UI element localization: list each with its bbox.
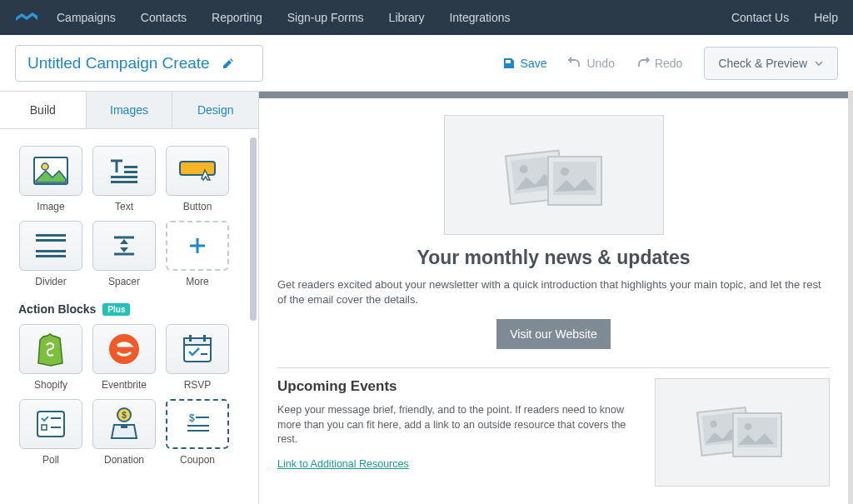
block-more[interactable]: More [165, 221, 230, 287]
svg-rect-14 [189, 335, 192, 342]
block-label: RSVP [184, 379, 212, 391]
action-blocks-title: Action Blocks [18, 302, 96, 316]
chevron-down-icon [814, 58, 824, 68]
preview-top-bar [259, 92, 848, 98]
svg-rect-7 [36, 234, 66, 237]
sidebar-tabs: Build Images Design [0, 92, 258, 129]
check-preview-button[interactable]: Check & Preview [704, 47, 838, 80]
events-image-placeholder[interactable] [655, 378, 830, 487]
svg-text:$: $ [122, 411, 127, 420]
donation-icon: $ [92, 399, 156, 449]
svg-rect-26 [187, 425, 209, 427]
block-poll[interactable]: Poll [18, 399, 83, 466]
block-text[interactable]: Text [92, 146, 157, 212]
svg-rect-9 [36, 250, 66, 252]
spacer-icon [92, 221, 156, 271]
block-eventbrite[interactable]: Eventbrite [92, 324, 157, 391]
hero-description[interactable]: Get readers excited about your newslette… [277, 277, 830, 307]
nav-library[interactable]: Library [389, 11, 425, 24]
plus-icon [166, 221, 229, 271]
svg-point-11 [109, 334, 139, 364]
block-donation[interactable]: $ Donation [92, 399, 157, 466]
svg-point-33 [561, 167, 569, 176]
nav-campaigns[interactable]: Campaigns [57, 11, 116, 24]
block-divider[interactable]: Divider [18, 221, 83, 287]
plus-badge: Plus [102, 303, 130, 316]
svg-rect-8 [36, 239, 66, 242]
eventbrite-icon [92, 324, 156, 374]
svg-rect-25 [196, 417, 209, 418]
svg-text:$: $ [189, 412, 195, 424]
block-rsvp[interactable]: RSVP [165, 324, 230, 391]
nav-signup-forms[interactable]: Sign-up Forms [287, 11, 364, 24]
nav-contact-us[interactable]: Contact Us [731, 11, 789, 24]
shopify-icon [19, 324, 82, 374]
email-preview[interactable]: Your monthly news & updates Get readers … [259, 98, 848, 504]
cta-button[interactable]: Visit our Website [496, 319, 611, 349]
block-image[interactable]: Image [18, 146, 83, 212]
block-label: Spacer [108, 276, 140, 287]
undo-label: Undo [586, 57, 614, 70]
svg-rect-5 [124, 171, 137, 173]
block-label: Shopify [34, 379, 67, 391]
hero-title[interactable]: Your monthly news & updates [277, 247, 830, 269]
redo-button[interactable]: Redo [636, 57, 682, 70]
app-logo[interactable] [15, 9, 38, 26]
nav-contacts[interactable]: Contacts [141, 11, 187, 24]
undo-button[interactable]: Undo [568, 57, 614, 70]
campaign-title-editor[interactable]: Untitled Campaign Create [15, 45, 263, 82]
svg-rect-6 [180, 162, 215, 175]
svg-rect-15 [203, 335, 206, 342]
preview-scrollbar[interactable] [848, 92, 853, 504]
svg-rect-3 [111, 181, 137, 183]
svg-rect-16 [201, 353, 207, 355]
check-preview-label: Check & Preview [718, 57, 807, 70]
tab-design[interactable]: Design [172, 92, 258, 128]
svg-point-1 [42, 163, 48, 170]
nav-help[interactable]: Help [814, 11, 838, 24]
coupon-icon: $ [166, 399, 229, 449]
block-label: Eventbrite [102, 379, 147, 391]
redo-label: Redo [655, 57, 682, 70]
save-button[interactable]: Save [502, 57, 547, 70]
svg-rect-10 [36, 255, 66, 257]
events-link[interactable]: Link to Additional Resources [277, 458, 409, 470]
text-icon [92, 146, 156, 196]
events-section: Upcoming Events Keep your message brief,… [277, 378, 830, 487]
svg-rect-2 [111, 176, 137, 178]
pencil-icon[interactable] [222, 57, 235, 70]
svg-rect-27 [187, 430, 209, 432]
svg-rect-17 [37, 412, 64, 437]
block-shopify[interactable]: Shopify [18, 324, 83, 391]
svg-rect-23 [121, 425, 127, 428]
svg-rect-13 [184, 338, 211, 345]
nav-integrations[interactable]: Integrations [449, 11, 510, 24]
nav-reporting[interactable]: Reporting [212, 11, 262, 24]
button-icon [166, 146, 229, 196]
action-blocks-header: Action Blocks Plus [18, 302, 250, 316]
image-icon [19, 146, 82, 196]
scrollbar[interactable] [250, 137, 257, 321]
block-label: Coupon [180, 454, 215, 466]
campaign-title: Untitled Campaign Create [27, 54, 210, 72]
section-divider [277, 367, 830, 368]
block-spacer[interactable]: Spacer [92, 221, 157, 287]
block-label: Divider [35, 276, 66, 287]
hero-image-placeholder[interactable] [444, 115, 664, 235]
svg-rect-4 [124, 166, 137, 168]
block-label: Button [183, 201, 212, 212]
tab-images[interactable]: Images [87, 92, 173, 128]
block-coupon[interactable]: $ Coupon [165, 399, 230, 466]
poll-icon [19, 399, 82, 449]
block-button[interactable]: Button [165, 146, 230, 212]
editor-content: Build Images Design Image Text [0, 92, 853, 504]
events-title[interactable]: Upcoming Events [277, 378, 640, 395]
svg-point-39 [745, 423, 751, 430]
preview-pane: Your monthly news & updates Get readers … [259, 92, 853, 504]
editor-header: Untitled Campaign Create Save Undo Redo … [0, 35, 853, 92]
events-description[interactable]: Keep your message brief, friendly, and t… [277, 403, 640, 447]
block-label: Image [37, 201, 64, 212]
calendar-icon [166, 324, 229, 374]
tab-build[interactable]: Build [0, 92, 87, 128]
save-label: Save [521, 57, 547, 70]
